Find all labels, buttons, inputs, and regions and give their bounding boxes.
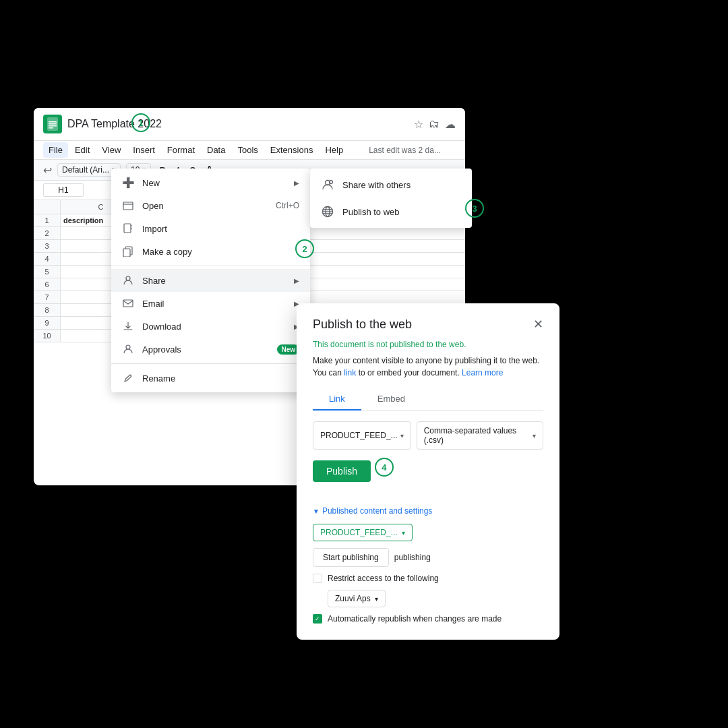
- svg-point-9: [126, 276, 130, 280]
- svg-rect-8: [123, 249, 130, 257]
- approvals-icon: [122, 343, 134, 355]
- share-arrow-icon: ▶: [294, 277, 299, 284]
- open-icon: [122, 200, 134, 212]
- file-menu-approvals[interactable]: Approvals New: [111, 338, 310, 361]
- publish-description: Make your content visible to anyone by p…: [313, 355, 543, 379]
- row-number: 1: [34, 214, 61, 226]
- svg-rect-5: [123, 202, 133, 210]
- sheets-icon: [43, 115, 62, 133]
- step-2-badge: 2: [295, 239, 314, 258]
- tab-embed[interactable]: Embed: [361, 388, 421, 411]
- file-menu-email[interactable]: Email ▶: [111, 292, 310, 315]
- insert-menu-item[interactable]: Insert: [127, 142, 160, 158]
- title-icons: ☆ 🗂 ☁: [414, 118, 456, 131]
- published-content-body: PRODUCT_FEED_... ▾ Start publishing publ…: [313, 524, 543, 624]
- cell-reference[interactable]: H1: [43, 183, 84, 197]
- publishing-text: publishing: [394, 553, 431, 562]
- edit-menu-item[interactable]: Edit: [69, 142, 95, 158]
- published-content-header: ▼ Published content and settings: [313, 506, 543, 516]
- step-3-badge: 3: [465, 199, 484, 218]
- file-menu-new[interactable]: ➕ New ▶: [111, 171, 310, 194]
- close-button[interactable]: ✕: [533, 317, 543, 332]
- folder-icon: 🗂: [429, 118, 439, 131]
- undo-icon[interactable]: ↩: [43, 164, 52, 177]
- dropdowns-row: PRODUCT_FEED_... ▾ Comma-separated value…: [313, 421, 543, 450]
- file-menu-open[interactable]: Open Ctrl+O: [111, 194, 310, 217]
- dialog-title: Publish to the web: [313, 317, 412, 332]
- last-edit-label: Last edit was 2 da...: [363, 143, 446, 158]
- rename-icon: [122, 372, 134, 384]
- chevron-down-icon-4: ▾: [375, 595, 378, 603]
- help-menu-item[interactable]: Help: [320, 142, 348, 158]
- menu-bar: File Edit View Insert Format Data Tools …: [34, 141, 465, 159]
- restrict-checkbox[interactable]: [313, 574, 322, 583]
- share-with-icon: [321, 178, 334, 191]
- file-menu-download[interactable]: Download ▶: [111, 315, 310, 338]
- svg-rect-10: [123, 300, 133, 307]
- auto-republish-row: ✓ Automatically republish when changes a…: [313, 614, 543, 624]
- svg-point-11: [126, 345, 130, 349]
- svg-rect-6: [124, 224, 131, 233]
- format-dropdown[interactable]: Comma-separated values (.csv) ▾: [417, 421, 543, 450]
- dialog-tabs: Link Embed: [313, 388, 543, 411]
- svg-rect-1: [49, 121, 57, 123]
- start-publishing-row: Start publishing publishing: [313, 548, 543, 567]
- restrict-row: Restrict access to the following: [313, 574, 543, 583]
- file-menu-rename[interactable]: Rename: [111, 367, 310, 390]
- cloud-icon: ☁: [445, 118, 456, 131]
- publish-button-wrapper: Publish 4: [313, 460, 371, 493]
- not-published-message: This document is not published to the we…: [313, 340, 543, 349]
- published-content-section: ▼ Published content and settings PRODUCT…: [313, 506, 543, 624]
- dialog-header: Publish to the web ✕: [313, 317, 543, 332]
- title-bar: 1 DPA Template 2022 ☆ 🗂 ☁: [34, 108, 465, 141]
- sheet-dropdown[interactable]: PRODUCT_FEED_... ▾: [313, 421, 411, 450]
- publish-to-web-item[interactable]: Publish to web: [310, 198, 472, 225]
- learn-more-link[interactable]: Learn more: [462, 368, 503, 377]
- new-icon: ➕: [122, 177, 134, 189]
- view-menu-item[interactable]: View: [96, 142, 126, 158]
- share-with-others-item[interactable]: Share with others: [310, 171, 472, 198]
- email-icon: [122, 297, 134, 309]
- row-num-header: [34, 200, 61, 214]
- star-icon: ☆: [414, 118, 423, 131]
- format-menu-item[interactable]: Format: [162, 142, 200, 158]
- chevron-icon: ▼: [313, 508, 320, 515]
- download-icon: [122, 320, 134, 332]
- link-anchor[interactable]: link: [344, 368, 356, 377]
- publish-dialog: Publish to the web ✕ This document is no…: [297, 303, 559, 640]
- tools-menu-item[interactable]: Tools: [232, 142, 263, 158]
- sheet-dropdown-2[interactable]: PRODUCT_FEED_... ▾: [313, 524, 413, 541]
- share-icon: [122, 274, 134, 286]
- auto-republish-checkbox[interactable]: ✓: [313, 614, 322, 624]
- org-dropdown[interactable]: Zuuvi Aps ▾: [328, 590, 386, 607]
- svg-rect-3: [49, 125, 57, 127]
- tab-link[interactable]: Link: [313, 388, 361, 411]
- arrow-icon: ▶: [294, 179, 299, 187]
- publish-web-icon: [321, 205, 334, 218]
- file-menu-dropdown: ➕ New ▶ Open Ctrl+O Import Make a copy: [111, 169, 310, 392]
- share-submenu: 3 Share with others Publish to web: [310, 169, 472, 228]
- import-icon: [122, 222, 134, 235]
- doc-title: DPA Template 2022: [67, 118, 408, 130]
- chevron-down-icon-2: ▾: [533, 432, 536, 439]
- file-menu-import[interactable]: Import: [111, 217, 310, 240]
- file-menu-item[interactable]: File: [43, 142, 68, 158]
- step-4-badge: 4: [375, 458, 394, 477]
- step-1-badge: 1: [131, 113, 150, 132]
- publish-button[interactable]: Publish: [313, 460, 371, 482]
- start-publishing-button[interactable]: Start publishing: [313, 548, 389, 567]
- data-menu-item[interactable]: Data: [202, 142, 231, 158]
- svg-rect-4: [49, 127, 53, 129]
- menu-divider: [111, 266, 310, 266]
- copy-icon: [122, 245, 134, 257]
- svg-rect-2: [49, 123, 57, 125]
- extensions-menu-item[interactable]: Extensions: [265, 142, 319, 158]
- file-menu-copy[interactable]: Make a copy: [111, 240, 310, 263]
- chevron-down-icon-3: ▾: [402, 529, 405, 537]
- chevron-down-icon: ▾: [400, 432, 404, 439]
- file-menu-share[interactable]: Share ▶: [111, 269, 310, 292]
- menu-divider-2: [111, 363, 310, 364]
